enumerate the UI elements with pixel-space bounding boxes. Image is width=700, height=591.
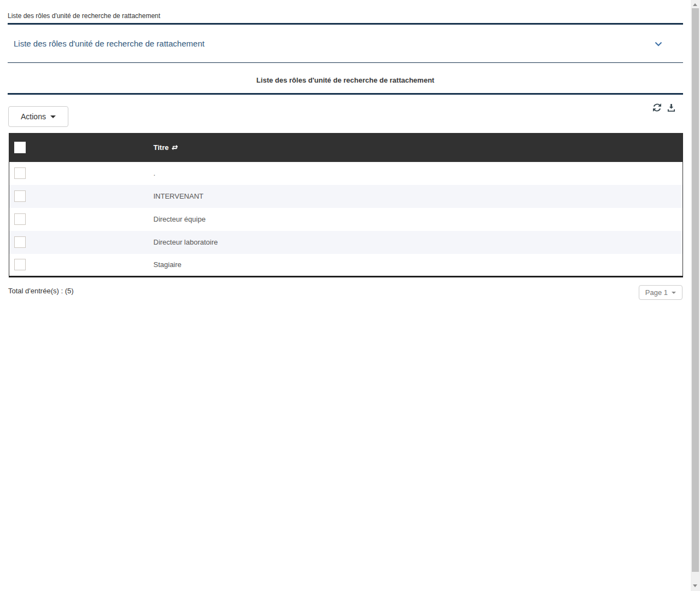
panel-title: Liste des rôles d'unité de recherche de … bbox=[8, 39, 205, 48]
row-title: Directeur laboratoire bbox=[149, 231, 683, 254]
sort-icon[interactable] bbox=[171, 144, 178, 151]
scroll-up-icon[interactable] bbox=[693, 3, 697, 6]
breadcrumb: Liste des rôles d'unité de recherche de … bbox=[8, 0, 683, 25]
table-row[interactable]: Directeur laboratoire bbox=[9, 231, 683, 254]
titre-column-header[interactable]: Titre bbox=[149, 134, 683, 162]
toolbar-icons bbox=[653, 103, 675, 112]
select-all-checkbox[interactable] bbox=[14, 142, 26, 153]
row-checkbox-cell bbox=[9, 162, 149, 185]
total-entries-label: Total d'entrée(s) : (5) bbox=[8, 285, 74, 295]
row-checkbox[interactable] bbox=[14, 236, 26, 248]
roles-table: Titre . INTERVENANT bbox=[9, 133, 683, 277]
table-row[interactable]: . bbox=[9, 162, 683, 185]
row-checkbox[interactable] bbox=[14, 213, 26, 225]
select-all-header-cell bbox=[9, 134, 149, 162]
scrollbar-thumb[interactable] bbox=[692, 8, 699, 572]
table-header-row: Titre bbox=[9, 134, 683, 162]
row-title: Stagiaire bbox=[149, 254, 683, 277]
row-title: Directeur équipe bbox=[149, 208, 683, 231]
page-selector-label: Page 1 bbox=[645, 288, 668, 297]
page-selector[interactable]: Page 1 bbox=[639, 285, 682, 300]
page-caret-icon bbox=[672, 292, 676, 294]
scroll-down-icon[interactable] bbox=[693, 584, 697, 587]
table-row[interactable]: INTERVENANT bbox=[9, 185, 683, 208]
actions-button-label: Actions bbox=[21, 112, 46, 121]
table-title: Liste des rôles d'unité de recherche de … bbox=[8, 63, 683, 95]
refresh-icon[interactable] bbox=[653, 103, 661, 112]
row-checkbox-cell bbox=[9, 185, 149, 208]
actions-button[interactable]: Actions bbox=[8, 106, 68, 127]
table-body: . INTERVENANT Directeur équipe Directeur… bbox=[9, 162, 683, 277]
vertical-scrollbar[interactable] bbox=[691, 0, 700, 591]
row-checkbox-cell bbox=[9, 208, 149, 231]
chevron-down-icon bbox=[655, 39, 662, 49]
caret-down-icon bbox=[50, 115, 56, 118]
toolbar: Actions bbox=[8, 95, 682, 133]
table-row[interactable]: Directeur équipe bbox=[9, 208, 683, 231]
row-checkbox[interactable] bbox=[14, 190, 26, 202]
row-checkbox-cell bbox=[9, 231, 149, 254]
download-icon[interactable] bbox=[667, 103, 675, 112]
panel-collapse-toggle[interactable] bbox=[655, 39, 662, 49]
row-title: . bbox=[149, 162, 683, 185]
panel-header: Liste des rôles d'unité de recherche de … bbox=[8, 25, 683, 63]
table-row[interactable]: Stagiaire bbox=[9, 254, 683, 277]
table-header: Titre bbox=[9, 134, 683, 162]
row-title: INTERVENANT bbox=[149, 185, 683, 208]
row-checkbox[interactable] bbox=[14, 259, 26, 270]
row-checkbox-cell bbox=[9, 254, 149, 277]
table-footer: Total d'entrée(s) : (5) Page 1 bbox=[8, 285, 682, 300]
page-content: Liste des rôles d'unité de recherche de … bbox=[0, 0, 691, 300]
row-checkbox[interactable] bbox=[14, 167, 26, 179]
titre-column-label: Titre bbox=[154, 143, 169, 152]
